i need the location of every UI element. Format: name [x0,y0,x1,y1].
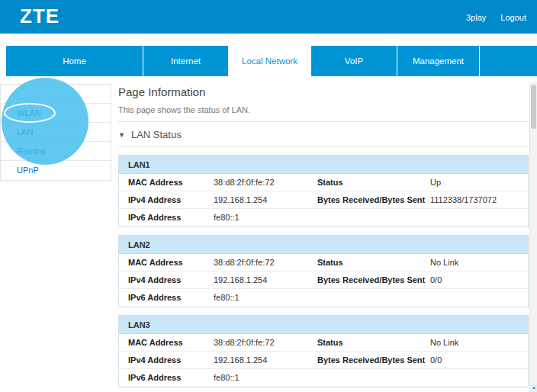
scrollbar-thumb[interactable] [531,85,536,129]
field-value: 0/0 [430,272,528,289]
field-label: IPv6 Address [128,369,214,387]
sidebar: Status WLAN LAN Routing UPnP [0,84,111,181]
sidebar-item-routing[interactable]: Routing [1,142,111,161]
field-label: Bytes Received/Bytes Sent [317,191,430,209]
sidebar-item-upnp[interactable]: UPnP [1,161,111,180]
divider [118,146,529,147]
field-label: Status [317,254,430,272]
page-description: This page shows the status of LAN. [118,105,529,114]
field-label: IPv6 Address [128,209,214,227]
field-label: MAC Address [128,334,214,352]
field-label [317,209,430,227]
table-row: IPv6 Address fe80::1 [119,289,528,307]
field-value: 38:d8:2f:0f:fe:72 [214,334,317,352]
tab-local-network[interactable]: Local Network [229,46,310,76]
field-label: Status [317,334,430,352]
field-value [430,209,528,227]
header-links: 3play Logout [454,13,526,22]
table-row: IPv4 Address 192.168.1.254 Bytes Receive… [119,191,528,209]
field-label: IPv4 Address [128,191,214,209]
field-label: Bytes Received/Bytes Sent [317,272,430,289]
table-row: IPv6 Address fe80::1 [119,369,528,387]
table-row: IPv4 Address 192.168.1.254 Bytes Receive… [119,272,528,289]
vertical-scrollbar[interactable]: ▲ [529,82,537,392]
table-row: MAC Address 38:d8:2f:0f:fe:72 Status No … [119,334,528,352]
field-value: 192.168.1.254 [214,191,317,209]
scroll-up-icon[interactable]: ▲ [530,384,537,392]
field-value: Up [430,174,528,191]
field-value: No Link [430,334,528,352]
tab-home[interactable]: Home [6,46,143,76]
table-title: LAN1 [119,156,528,174]
field-value: fe80::1 [214,369,317,387]
user-account-link[interactable]: 3play [466,13,486,22]
table-row: IPv4 Address 192.168.1.254 Bytes Receive… [119,352,528,369]
table-title: LAN3 [119,316,528,334]
field-label: MAC Address [128,174,214,191]
main-nav: Home Internet Local Network VoIP Managem… [6,46,537,76]
nav-spacer [480,46,537,76]
field-label [317,369,430,387]
sidebar-item-lan[interactable]: LAN [1,123,111,142]
field-value [430,289,528,307]
field-value: fe80::1 [214,209,317,227]
lan1-table: LAN1 MAC Address 38:d8:2f:0f:fe:72 Statu… [118,155,529,227]
field-label [317,289,430,307]
field-value: No Link [430,254,528,272]
main-content: Page Information This page shows the sta… [118,84,529,392]
app-header: ZTE 3play Logout [0,0,537,34]
tab-voip[interactable]: VoIP [311,46,397,76]
field-value: 38:d8:2f:0f:fe:72 [214,174,317,191]
lan-status-section-header[interactable]: ▼LAN Status [118,122,529,146]
field-value: 1112338/1737072 [430,191,528,209]
section-title: LAN Status [131,129,182,140]
field-label: Status [317,174,430,191]
table-row: IPv6 Address fe80::1 [119,209,528,227]
lan3-table: LAN3 MAC Address 38:d8:2f:0f:fe:72 Statu… [118,315,529,387]
field-value [430,369,528,387]
logout-link[interactable]: Logout [500,13,526,22]
field-label: IPv4 Address [128,272,214,289]
table-title: LAN2 [119,236,528,254]
field-value: 192.168.1.254 [214,352,317,369]
collapse-icon: ▼ [118,131,125,139]
table-row: MAC Address 38:d8:2f:0f:fe:72 Status Up [119,174,528,191]
table-row: MAC Address 38:d8:2f:0f:fe:72 Status No … [119,254,528,272]
zte-router-admin-page: ZTE 3play Logout Home Internet Local Net… [0,0,537,392]
sidebar-item-wlan[interactable]: WLAN [1,104,111,123]
field-value: fe80::1 [214,289,317,307]
sidebar-item-status[interactable]: Status [1,85,111,104]
field-label: MAC Address [128,254,214,272]
field-value: 0/0 [430,352,528,369]
lan2-table: LAN2 MAC Address 38:d8:2f:0f:fe:72 Statu… [118,235,529,307]
tab-internet[interactable]: Internet [143,46,228,76]
field-label: IPv6 Address [128,289,214,307]
tab-management[interactable]: Management [397,46,479,76]
field-label: Bytes Received/Bytes Sent [317,352,430,369]
field-value: 38:d8:2f:0f:fe:72 [214,254,317,272]
zte-logo: ZTE [20,5,59,28]
field-label: IPv4 Address [128,352,214,369]
field-value: 192.168.1.254 [214,272,317,289]
page-title: Page Information [118,85,529,98]
